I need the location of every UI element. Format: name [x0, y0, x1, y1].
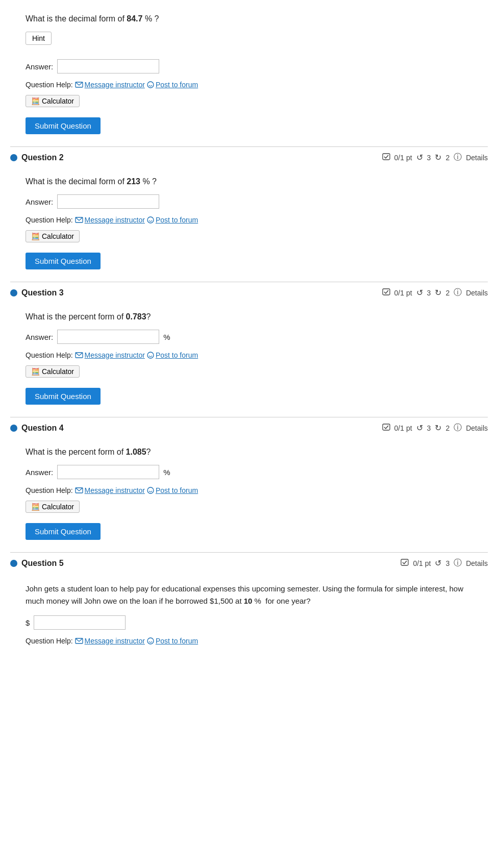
question-1-body: What is the decimal form of 84.7 % ? Hin…: [10, 5, 488, 146]
help-row-q1: Question Help: Message instructor Post t…: [26, 81, 472, 89]
info-icon-q4: ⓘ: [454, 423, 462, 433]
question-2-text: What is the decimal form of 213 % ?: [26, 177, 472, 186]
post-to-forum-link-q1[interactable]: Post to forum: [147, 81, 198, 89]
recalc-icon-q3: ↻: [435, 288, 441, 297]
email-icon-q5: [75, 638, 83, 644]
question-5-body: John gets a student loan to help pay for…: [10, 574, 488, 654]
percent-sign-q3: %: [163, 333, 170, 341]
question-5-meta: 0/1 pt ↺ 3 ⓘ Details: [401, 558, 488, 568]
check-icon-q4: [382, 424, 390, 432]
submit-button-q2[interactable]: Submit Question: [26, 253, 101, 269]
question-5-title: Question 5: [21, 559, 64, 568]
details-link-q2[interactable]: Details: [466, 154, 488, 162]
retry-icon-q5: ↺: [435, 558, 441, 568]
details-link-q4[interactable]: Details: [466, 424, 488, 432]
retry-count-q4: 3: [427, 424, 431, 432]
help-label-q1: Question Help:: [26, 81, 73, 89]
details-link-q5[interactable]: Details: [466, 559, 488, 567]
submit-button-q4[interactable]: Submit Question: [26, 523, 101, 540]
question-1-block: What is the decimal form of 84.7 % ? Hin…: [10, 5, 488, 146]
info-icon-q2: ⓘ: [454, 152, 462, 163]
question-4-title: Question 4: [21, 424, 64, 433]
forum-icon-q3: [147, 352, 154, 359]
check-icon-q2: [382, 153, 390, 162]
forum-icon-q5: [147, 637, 154, 644]
answer-input-q4[interactable]: [57, 465, 159, 479]
answer-row-q3: Answer: %: [26, 330, 472, 344]
question-4-header-left: Question 4: [10, 424, 64, 433]
calculator-button-q1[interactable]: 🧮 Calculator: [26, 95, 80, 107]
percent-sign-q4: %: [163, 468, 170, 477]
retry-count-q5: 3: [445, 559, 450, 567]
calculator-icon-q2: 🧮: [31, 232, 40, 240]
recalc-count-q3: 2: [445, 289, 450, 297]
check-icon-q3: [382, 288, 390, 297]
answer-input-q2[interactable]: [57, 194, 159, 209]
recalc-icon-q4: ↻: [435, 423, 441, 433]
calculator-label-q2: Calculator: [42, 232, 74, 240]
calculator-label-q4: Calculator: [42, 503, 74, 511]
recalc-count-q4: 2: [445, 424, 450, 432]
email-icon-q2: [75, 217, 83, 223]
post-to-forum-link-q5[interactable]: Post to forum: [147, 637, 198, 645]
message-instructor-link-q4[interactable]: Message instructor: [75, 486, 145, 494]
message-instructor-link-q1[interactable]: Message instructor: [75, 81, 145, 89]
info-icon-q5: ⓘ: [454, 558, 462, 568]
question-3-block: Question 3 0/1 pt ↺ 3 ↻ 2 ⓘ Details What…: [10, 282, 488, 417]
question-3-header: Question 3 0/1 pt ↺ 3 ↻ 2 ⓘ Details: [10, 282, 488, 303]
question-5-header-left: Question 5: [10, 559, 64, 568]
question-2-dot: [10, 154, 17, 161]
question-4-meta: 0/1 pt ↺ 3 ↻ 2 ⓘ Details: [382, 423, 488, 433]
answer-input-q5[interactable]: [34, 615, 126, 630]
help-row-q2: Question Help: Message instructor Post t…: [26, 216, 472, 224]
info-icon-q3: ⓘ: [454, 287, 462, 298]
question-2-meta: 0/1 pt ↺ 3 ↻ 2 ⓘ Details: [382, 152, 488, 163]
hint-button-q1[interactable]: Hint: [26, 32, 52, 45]
submit-button-q1[interactable]: Submit Question: [26, 117, 101, 134]
message-instructor-link-q5[interactable]: Message instructor: [75, 637, 145, 645]
message-instructor-link-q2[interactable]: Message instructor: [75, 216, 145, 224]
message-instructor-link-q3[interactable]: Message instructor: [75, 351, 145, 359]
retry-icon-q3: ↺: [416, 288, 423, 297]
check-icon-q5: [401, 559, 409, 567]
calculator-button-q3[interactable]: 🧮 Calculator: [26, 365, 80, 378]
svg-rect-8: [383, 424, 390, 430]
question-4-text: What is the percent form of 1.085?: [26, 448, 472, 457]
question-3-dot: [10, 289, 17, 296]
question-3-meta: 0/1 pt ↺ 3 ↻ 2 ⓘ Details: [382, 287, 488, 298]
forum-icon-q1: [147, 81, 154, 88]
question-2-header-left: Question 2: [10, 153, 64, 162]
recalc-count-q2: 2: [445, 154, 450, 162]
calculator-button-q2[interactable]: 🧮 Calculator: [26, 230, 80, 242]
post-to-forum-link-q2[interactable]: Post to forum: [147, 216, 198, 224]
question-2-header: Question 2 0/1 pt ↺ 3 ↻ 2 ⓘ Details: [10, 146, 488, 168]
svg-point-10: [147, 487, 154, 493]
calculator-icon-q3: 🧮: [31, 367, 40, 376]
details-link-q3[interactable]: Details: [466, 289, 488, 297]
svg-point-7: [147, 352, 154, 358]
question-3-text: What is the percent form of 0.783?: [26, 312, 472, 321]
question-5-dot: [10, 560, 17, 567]
score-q5: 0/1 pt: [413, 559, 431, 567]
help-row-q4: Question Help: Message instructor Post t…: [26, 486, 472, 494]
question-5-text: John gets a student loan to help pay for…: [26, 583, 472, 607]
answer-label-q3: Answer:: [26, 333, 53, 341]
answer-row-q5: $: [26, 615, 472, 630]
answer-input-q1[interactable]: [57, 59, 159, 73]
question-4-body: What is the percent form of 1.085? Answe…: [10, 438, 488, 552]
submit-button-q3[interactable]: Submit Question: [26, 388, 101, 405]
help-label-q4: Question Help:: [26, 486, 73, 494]
question-4-header: Question 4 0/1 pt ↺ 3 ↻ 2 ⓘ Details: [10, 417, 488, 438]
forum-icon-q2: [147, 216, 154, 224]
email-icon-q4: [75, 487, 83, 493]
question-2-title: Question 2: [21, 153, 64, 162]
answer-input-q3[interactable]: [57, 330, 159, 344]
forum-icon-q4: [147, 487, 154, 494]
help-row-q5: Question Help: Message instructor Post t…: [26, 637, 472, 645]
post-to-forum-link-q3[interactable]: Post to forum: [147, 351, 198, 359]
score-q3: 0/1 pt: [394, 289, 412, 297]
calculator-label-q3: Calculator: [42, 367, 74, 376]
recalc-icon-q2: ↻: [435, 153, 441, 162]
calculator-button-q4[interactable]: 🧮 Calculator: [26, 501, 80, 513]
post-to-forum-link-q4[interactable]: Post to forum: [147, 486, 198, 494]
